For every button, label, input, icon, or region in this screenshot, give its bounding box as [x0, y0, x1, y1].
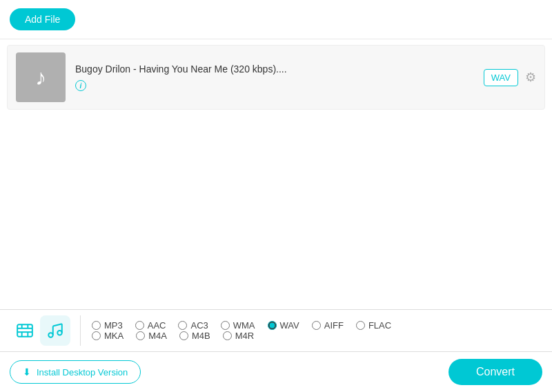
format-label-ac3: AC3 — [190, 320, 208, 331]
format-option-aiff[interactable]: AIFF — [312, 320, 344, 331]
format-radio-wav[interactable] — [268, 321, 277, 330]
format-radio-mp3[interactable] — [92, 321, 101, 330]
file-thumbnail: ♪ — [16, 52, 66, 102]
file-info: Bugoy Drilon - Having You Near Me (320 k… — [66, 63, 484, 92]
music-note-icon: ♪ — [35, 65, 46, 90]
format-label-aiff: AIFF — [324, 320, 344, 331]
file-list: ♪ Bugoy Drilon - Having You Near Me (320… — [0, 39, 552, 309]
format-radio-aiff[interactable] — [312, 321, 321, 330]
action-bar: ⬇ Install Desktop Version Convert — [0, 352, 552, 392]
format-option-wav[interactable]: WAV — [268, 320, 299, 331]
format-label-m4a: M4A — [148, 331, 167, 341]
format-radio-flac[interactable] — [356, 321, 365, 330]
format-option-m4r[interactable]: M4R — [223, 331, 254, 341]
install-label: Install Desktop Version — [37, 367, 128, 378]
format-radio-mka[interactable] — [92, 331, 101, 340]
format-panel: MP3 AAC AC3 WMA WAV — [0, 310, 552, 352]
format-label-m4b: M4B — [192, 331, 210, 341]
format-option-m4b[interactable]: M4B — [179, 331, 210, 341]
format-radio-m4r[interactable] — [223, 331, 232, 340]
format-options: MP3 AAC AC3 WMA WAV — [92, 320, 542, 341]
svg-line-11 — [53, 324, 62, 326]
file-item: ♪ Bugoy Drilon - Having You Near Me (320… — [7, 45, 545, 110]
install-desktop-button[interactable]: ⬇ Install Desktop Version — [10, 360, 141, 384]
format-label-flac: FLAC — [368, 320, 391, 331]
format-option-m4a[interactable]: M4A — [136, 331, 167, 341]
file-actions: WAV ⚙ — [484, 69, 536, 86]
format-label-mka: MKA — [104, 331, 124, 341]
info-icon[interactable]: i — [75, 80, 86, 91]
format-badge[interactable]: WAV — [484, 69, 518, 86]
format-label-aac: AAC — [148, 320, 166, 331]
format-label-wma: WMA — [233, 320, 255, 331]
format-radio-m4a[interactable] — [136, 331, 145, 340]
mode-icons — [10, 315, 81, 346]
format-label-wav: WAV — [280, 320, 299, 331]
format-option-ac3[interactable]: AC3 — [178, 320, 208, 331]
format-option-mka[interactable]: MKA — [92, 331, 124, 341]
format-option-aac[interactable]: AAC — [135, 320, 166, 331]
format-row-1: MP3 AAC AC3 WMA WAV — [92, 320, 542, 331]
file-name: Bugoy Drilon - Having You Near Me (320 k… — [75, 63, 484, 75]
format-option-wma[interactable]: WMA — [221, 320, 255, 331]
format-label-mp3: MP3 — [104, 320, 123, 331]
download-icon: ⬇ — [23, 366, 31, 378]
svg-rect-0 — [17, 324, 32, 336]
format-radio-m4b[interactable] — [179, 331, 188, 340]
add-file-button[interactable]: Add File — [10, 8, 75, 30]
audio-mode-button[interactable] — [40, 315, 70, 346]
bottom-panel: MP3 AAC AC3 WMA WAV — [0, 309, 552, 392]
format-option-mp3[interactable]: MP3 — [92, 320, 123, 331]
format-radio-aac[interactable] — [135, 321, 144, 330]
format-radio-wma[interactable] — [221, 321, 230, 330]
format-radio-ac3[interactable] — [178, 321, 187, 330]
video-mode-button[interactable] — [10, 315, 40, 346]
format-row-2: MKA M4A M4B M4R — [92, 331, 542, 341]
convert-button[interactable]: Convert — [448, 359, 542, 385]
format-option-flac[interactable]: FLAC — [356, 320, 391, 331]
settings-icon[interactable]: ⚙ — [525, 70, 536, 85]
top-bar: Add File — [0, 0, 552, 39]
format-label-m4r: M4R — [235, 331, 254, 341]
